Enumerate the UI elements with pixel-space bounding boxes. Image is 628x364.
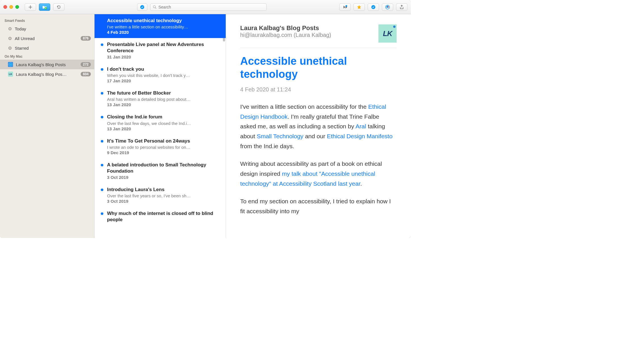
article-item[interactable]: Introducing Laura's LensOver the last fi…	[95, 183, 226, 207]
sidebar-item-all-unread[interactable]: ⚙ All Unread 876	[0, 34, 94, 43]
sidebar-item-label: Starred	[15, 46, 91, 51]
article-date: 13 Jan 2020	[107, 102, 220, 107]
article-item[interactable]: I don't track youWhen you visit this web…	[95, 63, 226, 87]
article-item[interactable]: Accessible unethical technologyI've writ…	[95, 14, 226, 38]
article-title: Introducing Laura's Lens	[107, 187, 220, 193]
refresh-button[interactable]	[53, 3, 64, 11]
new-item-button[interactable]	[25, 3, 36, 11]
article-item[interactable]: A belated introduction to Small Technolo…	[95, 158, 226, 183]
minimize-window-button[interactable]	[9, 5, 13, 9]
article-date: 3 Oct 2019	[107, 175, 220, 180]
window-controls	[3, 5, 19, 9]
reader-feed-name: Laura Kalbag's Blog Posts	[240, 24, 373, 32]
toolbar	[0, 0, 411, 14]
article-date: 17 Jan 2020	[107, 78, 220, 83]
read-status-button[interactable]	[368, 3, 379, 11]
article-item[interactable]: The future of Better BlockerAral has wri…	[95, 87, 226, 110]
article-summary: I've written a little section on accessi…	[107, 24, 220, 29]
article-item[interactable]: Closing the Ind.ie forumOver the last fe…	[95, 110, 226, 134]
article-summary: Over the last few days, we closed the In…	[107, 121, 220, 126]
reader-link[interactable]: Small Technology	[257, 133, 303, 139]
article-item[interactable]: Why much of the internet is closed off t…	[95, 207, 226, 226]
star-button[interactable]	[353, 3, 365, 11]
article-title: Accessible unethical technology	[107, 18, 220, 24]
article-title: Closing the Ind.ie forum	[107, 114, 220, 120]
sidebar-feed-2[interactable]: LK Laura Kalbag's Blog Pos… 604	[0, 69, 94, 79]
unread-badge: 272	[81, 62, 91, 67]
globe-icon: 🌐	[8, 62, 13, 67]
search-icon	[153, 5, 157, 9]
share-button[interactable]	[396, 3, 407, 11]
article-title: I don't track you	[107, 66, 220, 72]
sidebar-item-starred[interactable]: ⚙ Starred	[0, 43, 94, 53]
sidebar-item-label: All Unread	[15, 36, 78, 41]
unread-dot-icon	[101, 43, 103, 46]
sidebar-section-smart-feeds: Smart Feeds	[0, 17, 94, 24]
unread-dot-icon	[101, 212, 103, 215]
reader-paragraph: I've written a little section on accessi…	[240, 102, 397, 151]
unread-dot-icon	[101, 189, 103, 191]
unread-dot-icon	[101, 68, 103, 71]
sidebar: Smart Feeds ⚙ Today ⚙ All Unread 876 ⚙ S…	[0, 14, 95, 238]
lk-favicon-icon: LK	[8, 72, 13, 77]
article-date: 4 Feb 2020	[107, 30, 220, 35]
next-unread-button[interactable]	[339, 3, 351, 11]
sidebar-item-label: Today	[15, 26, 91, 31]
sidebar-item-label: Laura Kalbag's Blog Pos…	[16, 72, 78, 77]
close-window-button[interactable]	[3, 5, 7, 9]
reader-avatar: LK	[378, 24, 397, 43]
reader-header: Laura Kalbag's Blog Posts hi@laurakalbag…	[240, 24, 397, 48]
unread-dot-icon	[101, 92, 103, 95]
article-title: It's Time To Get Personal on 24ways	[107, 138, 220, 144]
article-date: 9 Dec 2019	[107, 150, 220, 155]
open-in-browser-button[interactable]	[382, 3, 393, 11]
svg-point-3	[346, 5, 347, 7]
mark-read-button[interactable]	[137, 3, 147, 11]
unread-dot-icon	[101, 164, 103, 166]
sidebar-feed-1[interactable]: 🌐 Laura Kalbag's Blog Posts 272	[0, 60, 94, 69]
article-summary: When you visit this website, I don't tra…	[107, 73, 220, 78]
article-summary: I wrote an ode to personal websites for …	[107, 145, 220, 150]
article-title: A belated introduction to Small Technolo…	[107, 162, 220, 174]
sidebar-item-today[interactable]: ⚙ Today	[0, 24, 94, 34]
gear-icon: ⚙	[8, 26, 12, 32]
article-title: Presentable Live panel at New Adventures…	[107, 41, 220, 54]
article-summary: Aral has written a detailed blog post ab…	[107, 97, 220, 102]
unread-dot-icon	[101, 140, 103, 143]
zoom-window-button[interactable]	[15, 5, 19, 9]
article-date: 31 Jan 2020	[107, 55, 220, 59]
search-input[interactable]	[158, 5, 264, 9]
article-title: Why much of the internet is closed off t…	[107, 210, 220, 223]
article-date: 3 Oct 2019	[107, 199, 220, 204]
sidebar-section-on-my-mac: On My Mac	[0, 53, 94, 60]
svg-point-2	[153, 5, 156, 8]
reader-link[interactable]: Aral	[355, 123, 366, 129]
reader-title: Accessible unethical technology	[240, 55, 397, 81]
reader-author: hi@laurakalbag.com (Laura Kalbag)	[240, 32, 373, 38]
article-title: The future of Better Blocker	[107, 90, 220, 96]
gear-icon: ⚙	[8, 36, 12, 41]
reader-pane[interactable]: Laura Kalbag's Blog Posts hi@laurakalbag…	[226, 14, 411, 238]
reader-paragraph: Writing about accessibility as part of a…	[240, 159, 397, 189]
reader-paragraph: To end my section on accessibility, I tr…	[240, 196, 397, 216]
article-summary: Over the last five years or so, I've bee…	[107, 193, 220, 198]
article-list[interactable]: Accessible unethical technologyI've writ…	[95, 14, 226, 238]
search-field[interactable]	[150, 3, 267, 11]
unread-dot-icon	[101, 116, 103, 118]
unread-badge: 876	[81, 36, 91, 41]
article-item[interactable]: Presentable Live panel at New Adventures…	[95, 38, 226, 63]
reader-datetime: 4 Feb 2020 at 11:24	[240, 86, 397, 93]
sidebar-item-label: Laura Kalbag's Blog Posts	[16, 62, 78, 67]
unread-badge: 604	[81, 72, 91, 76]
article-date: 13 Jan 2020	[107, 126, 220, 131]
add-folder-button[interactable]	[39, 3, 50, 11]
gear-icon: ⚙	[8, 45, 12, 51]
article-item[interactable]: It's Time To Get Personal on 24waysI wro…	[95, 135, 226, 158]
reader-link[interactable]: Ethical Design Manifesto	[327, 133, 393, 139]
